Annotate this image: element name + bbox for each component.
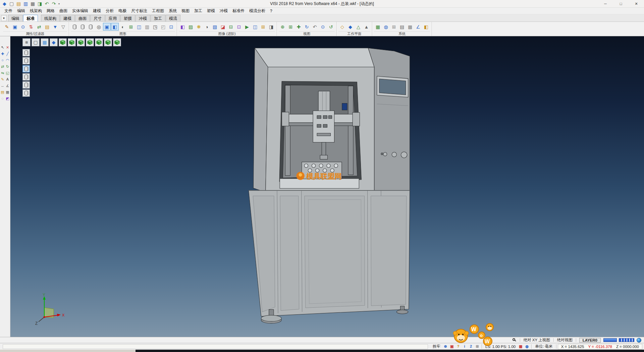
materials-icon[interactable]: ◧	[422, 23, 430, 31]
tab-molding[interactable]: 塑膜	[120, 15, 135, 21]
checker-icon[interactable]: ▩	[406, 23, 414, 31]
menu-item-help[interactable]: ?	[268, 8, 275, 14]
layer-filter-icon[interactable]: ▤	[43, 23, 51, 31]
new-file-icon[interactable]: ▢	[8, 1, 15, 7]
copy-attributes-icon[interactable]: ▣	[11, 23, 19, 31]
tab-surface[interactable]: 曲面	[75, 15, 90, 21]
circle-icon[interactable]: ○	[0, 57, 5, 63]
status-abs-view[interactable]: 绝对视图	[555, 338, 575, 343]
close-button[interactable]: ✕	[629, 0, 644, 7]
measure-icon[interactable]: ∡	[5, 83, 10, 89]
rotate-icon[interactable]: ↻	[5, 63, 10, 70]
display-hidden-line-icon[interactable]	[22, 73, 30, 81]
message-area[interactable]	[3, 344, 428, 349]
workplane-align-icon[interactable]: ◆	[346, 23, 354, 31]
menu-item-view[interactable]: 视图	[179, 8, 192, 14]
knob-medium[interactable]	[392, 152, 396, 157]
edit-attributes-icon[interactable]: ✎	[3, 23, 11, 31]
visi-app-icon[interactable]: ◆	[1, 1, 8, 7]
tab-application[interactable]: 应用	[105, 15, 120, 21]
view-back-icon[interactable]	[104, 38, 112, 46]
menu-item-mesh[interactable]: 网格	[44, 8, 57, 14]
tab-standard[interactable]: 标准	[23, 15, 38, 21]
viewport-3d[interactable]: ≡▢▦◆	[10, 36, 644, 337]
clip-plane-icon[interactable]: ⊟	[227, 23, 235, 31]
knob-small[interactable]	[383, 152, 387, 156]
view-top-icon[interactable]	[68, 38, 76, 46]
point-icon[interactable]: ✚	[0, 51, 5, 57]
measure-tool-icon[interactable]: ∠	[414, 23, 422, 31]
work-table[interactable]	[280, 179, 359, 188]
tab-dimension[interactable]: 尺寸	[90, 15, 105, 21]
quick-select-icon[interactable]: ▽	[59, 23, 67, 31]
sketch-icon[interactable]: ✎	[0, 76, 5, 83]
tab-machining[interactable]: 加工	[151, 15, 165, 21]
menu-item-analysis[interactable]: 分析	[103, 8, 116, 14]
view-front-icon[interactable]	[77, 38, 85, 46]
filter-up-icon[interactable]: ⇅	[27, 23, 35, 31]
dynamic-view-icon[interactable]: ⊙	[319, 23, 327, 31]
render-half-icon[interactable]: ◧	[111, 23, 119, 31]
menu-item-file[interactable]: 文件	[2, 8, 15, 14]
workplane-xy-icon[interactable]: ◇	[338, 23, 346, 31]
animation-icon[interactable]: ▶	[243, 23, 251, 31]
view-right-icon[interactable]	[86, 38, 94, 46]
select-icon[interactable]: ↖	[0, 44, 5, 51]
menu-item-edit[interactable]: 编辑	[15, 8, 28, 14]
menu-item-dimensioning[interactable]: 尺寸标注	[129, 8, 150, 14]
tab-wireframe[interactable]: 线架构	[41, 15, 60, 21]
white-canvas-icon[interactable]: ▢	[32, 38, 40, 46]
frame-display-icon[interactable]: ⊡	[167, 23, 175, 31]
qat-dropdown-icon[interactable]: ▾	[57, 2, 61, 5]
corner-view-icon[interactable]: ◳	[151, 23, 159, 31]
previous-view-icon[interactable]: ↶	[311, 23, 319, 31]
menu-item-modeling[interactable]: 建模	[91, 8, 103, 14]
undo-icon[interactable]: ↶	[44, 1, 50, 7]
hide-icon[interactable]: ◌	[0, 95, 5, 102]
machine-left-face[interactable]	[253, 48, 268, 192]
move-icon[interactable]: ⇄	[0, 63, 5, 70]
grid-toggle-icon[interactable]: ⊞	[390, 23, 398, 31]
shaded-mode-icon[interactable]	[71, 23, 78, 31]
key-switch[interactable]	[381, 153, 383, 155]
zoom-extents-icon[interactable]: ⊕	[279, 23, 286, 31]
model-space-icon[interactable]: ▦	[518, 344, 524, 349]
menu-item-moldflow-analysis[interactable]: 模流分析	[247, 8, 268, 14]
tab-moldflow[interactable]: 模流	[166, 15, 180, 21]
shadow-icon[interactable]: ◑	[203, 23, 211, 31]
mini-axis-icon[interactable]: ◆	[50, 38, 58, 46]
capture-icon[interactable]: ⊞	[259, 23, 267, 31]
lighting-icon[interactable]: ❋	[195, 23, 203, 31]
display-transparent-icon[interactable]	[22, 65, 30, 73]
notes-icon[interactable]: ▤	[398, 23, 406, 31]
world-view-icon[interactable]: ◍	[382, 23, 390, 31]
dimension-icon[interactable]: ↔	[0, 83, 5, 89]
save-icon[interactable]: ▥	[22, 1, 29, 7]
display-edges-icon[interactable]	[22, 81, 30, 89]
grid-display-icon[interactable]: ⊞	[127, 23, 135, 31]
line-icon[interactable]: ╱	[5, 51, 10, 57]
texture-icon[interactable]: ▨	[187, 23, 195, 31]
status-search-button[interactable]	[511, 338, 519, 342]
tab-dropdown-icon[interactable]: ▼	[1, 15, 7, 21]
menu-item-wireframe[interactable]: 线架构	[28, 8, 44, 14]
pan-icon[interactable]: ✚	[295, 23, 303, 31]
zoom-window-icon[interactable]: ⊞	[287, 23, 294, 31]
hidden-line-mode-icon[interactable]	[79, 23, 87, 31]
menu-item-solid-edit[interactable]: 实体编辑	[70, 8, 91, 14]
viewport-menu-icon[interactable]: ≡	[22, 38, 31, 46]
workplane-3pt-icon[interactable]: △	[355, 23, 362, 31]
tab-die[interactable]: 冲模	[136, 15, 150, 21]
mirror-icon[interactable]: ⇋	[0, 70, 5, 76]
color-icon[interactable]: ◩	[5, 95, 10, 102]
refresh-view-icon[interactable]: ↺	[327, 23, 335, 31]
status-view-mode[interactable]: 绝对 XY 上视图	[522, 338, 552, 343]
status-active-layer[interactable]: LAYER0	[579, 338, 601, 343]
render-solid-icon[interactable]: ▣	[103, 23, 111, 31]
globe-icon[interactable]	[637, 338, 641, 343]
view-iso-icon[interactable]	[59, 38, 67, 46]
scale-icon[interactable]: ◱	[5, 70, 10, 76]
minimize-button[interactable]: ─	[598, 0, 613, 7]
quarter-view-icon[interactable]: ◰	[159, 23, 167, 31]
arc-icon[interactable]: ◠	[5, 57, 10, 63]
